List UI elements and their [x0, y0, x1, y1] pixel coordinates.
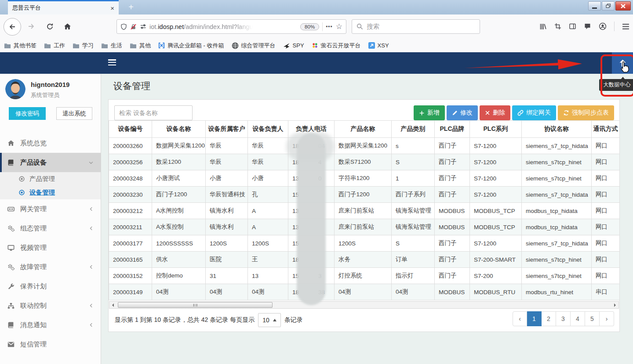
pager-page-1[interactable]: 1	[527, 311, 542, 326]
sidebar-subitem-设备管理[interactable]: 设备管理	[0, 186, 101, 199]
table-cell: S7-1200	[470, 138, 522, 154]
sidebar-toggle-icon[interactable]	[569, 23, 576, 30]
action-button-新增[interactable]: 新增	[414, 105, 445, 120]
table-row[interactable]: 200003230西门子1200华辰智通科技孔15西门子1200西门子系列西门子…	[109, 187, 620, 203]
table-row[interactable]: 200003211A水泵控制镇海水利A13庶来门前泵站镇海泵站管理MODBUSM…	[109, 219, 620, 235]
bookmark-item[interactable]: 腾讯企业邮箱 - 收件箱	[158, 42, 224, 50]
table-cell: 庶来门前泵站	[335, 203, 392, 219]
bookmark-star-icon[interactable]: ☆	[336, 22, 342, 31]
sidebar-item-组态管理[interactable]: 组态管理	[0, 219, 101, 238]
column-header[interactable]: 产品类别	[392, 121, 435, 138]
back-button[interactable]	[4, 18, 21, 36]
browser-search-box[interactable]: 搜索	[352, 19, 480, 34]
sidebar-collapse-icon[interactable]	[108, 59, 116, 67]
table-cell: 串口	[592, 284, 620, 300]
table-row[interactable]: 20000314904测04测04测183804测04测MODBUSMODBUS…	[109, 284, 620, 300]
sidebar-item-短信管理[interactable]: 短信管理	[0, 335, 101, 354]
action-button-删除[interactable]: 删除	[480, 105, 510, 120]
table-cell: 04测	[248, 284, 288, 300]
horizontal-scrollbar[interactable]	[109, 301, 619, 309]
change-password-button[interactable]: 修改密码	[9, 107, 46, 120]
table-row[interactable]: 200003248小唐测试小唐小唐130字符串12001西门子S7-1200si…	[109, 170, 620, 187]
pager-page-3[interactable]: 3	[556, 311, 571, 326]
record-summary: 显示第 1 到第 10 条记录，总共 42 条记录 每页显示 10 条记录	[115, 313, 303, 327]
shield-icon[interactable]	[120, 23, 127, 30]
action-button-强制同步点表[interactable]: 强制同步点表	[558, 105, 614, 120]
sidebar-item-消息通知[interactable]: 消息通知	[0, 315, 101, 335]
account-icon[interactable]	[599, 22, 607, 30]
zoom-level-badge[interactable]: 80%	[300, 23, 319, 30]
sidebar-item-故障管理[interactable]: 故障管理	[0, 257, 101, 277]
bookmark-label: 其他书签	[14, 42, 36, 50]
scroll-left-button[interactable]	[109, 302, 116, 308]
table-row[interactable]: 200003260数据网关采集1200华辰华辰1804数据网关采集1200s西门…	[109, 138, 620, 154]
table-cell: 网口	[592, 187, 620, 203]
pager-next[interactable]: ›	[600, 311, 614, 326]
column-header[interactable]: 产品名称	[335, 121, 392, 138]
window-restore-button[interactable]	[602, 1, 615, 11]
device-search-input[interactable]	[114, 105, 193, 120]
column-header[interactable]: 设备所属客户	[206, 121, 248, 138]
bookmark-item[interactable]: 其他书签	[4, 42, 36, 50]
table-row[interactable]: 200003256数采1200华辰华辰184数采S71200S西门子S7-120…	[109, 154, 620, 170]
pager-page-5[interactable]: 5	[585, 311, 600, 326]
bookmark-item[interactable]: 综合管理平台	[232, 42, 276, 50]
menu-icon[interactable]	[622, 23, 629, 30]
tab-close-icon[interactable]: ×	[110, 4, 114, 12]
logout-button[interactable]: 退出系统	[56, 107, 92, 120]
scroll-right-button[interactable]	[611, 302, 618, 308]
table-cell: 庶来门前泵站	[335, 219, 392, 235]
insecure-lock-icon[interactable]	[130, 23, 137, 30]
column-header[interactable]: 设备名称	[152, 121, 206, 138]
bookmark-item[interactable]: SPY	[283, 42, 304, 49]
column-header[interactable]: PLC品牌	[435, 121, 470, 138]
sidebar-item-partial[interactable]	[0, 362, 101, 364]
pager-page-2[interactable]: 2	[542, 311, 556, 326]
bookmark-item[interactable]: 其他	[130, 42, 151, 50]
scrollbar-thumb[interactable]	[118, 302, 273, 308]
page-size-select[interactable]: 10	[258, 313, 281, 327]
column-header[interactable]: 协议名称	[522, 121, 592, 138]
sidebar-item-系统总览[interactable]: 系统总览	[0, 133, 101, 153]
home-button[interactable]	[59, 18, 76, 35]
sidebar-item-网关管理[interactable]: 网关管理	[0, 199, 101, 219]
library-icon[interactable]	[539, 23, 547, 30]
column-header[interactable]: 通讯方式	[592, 121, 620, 138]
bookmark-item[interactable]: 工作	[44, 42, 65, 50]
pager-page-4[interactable]: 4	[571, 311, 585, 326]
bookmark-item[interactable]: 学习	[73, 42, 94, 50]
chat-bubble-icon[interactable]	[584, 23, 591, 30]
window-close-button[interactable]	[615, 1, 631, 11]
bookmark-item[interactable]: 生活	[101, 42, 122, 50]
bookmark-label: 综合管理平台	[241, 42, 276, 50]
page-actions-icon[interactable]: •••	[326, 24, 333, 30]
new-tab-button[interactable]: +	[125, 1, 137, 13]
table-row[interactable]: 200003212A水闸控制镇海水利A13庶来门前泵站镇海泵站管理MODBUSM…	[109, 203, 620, 219]
column-header[interactable]: PLC系列	[470, 121, 522, 138]
table-row[interactable]: 200003165供水医院王18水务订单西门子S7-200-SMARTsieme…	[109, 252, 620, 268]
sidebar-item-视频管理[interactable]: 视频管理	[0, 238, 101, 257]
url-bar[interactable]: iot.idosp.net/admin/index.html?langu 80%…	[116, 19, 346, 34]
sidebar-item-产品设备[interactable]: 产品设备	[0, 153, 101, 172]
permissions-icon[interactable]	[140, 23, 146, 30]
sidebar-item-联动控制[interactable]: 联动控制	[0, 296, 101, 315]
crop-icon[interactable]	[554, 23, 561, 30]
table-row[interactable]: 2000031771200SSSSSS1200S1200S151200SS西门子…	[109, 235, 620, 252]
table-cell: 网口	[592, 154, 620, 170]
column-header[interactable]: 设备负责人	[248, 121, 288, 138]
bookmark-item[interactable]: 萤石云开放平台	[312, 42, 361, 50]
wrench-icon	[7, 283, 15, 290]
bookmark-item[interactable]: XSY	[368, 42, 389, 49]
action-button-修改[interactable]: 修改	[447, 105, 478, 120]
column-header[interactable]: 设备编号	[109, 121, 152, 138]
sidebar-subitem-产品管理[interactable]: 产品管理	[0, 172, 101, 186]
table-row[interactable]: 200003152控制demo3113153灯控系统指示灯西门子S7-200si…	[109, 268, 620, 284]
action-button-绑定网关[interactable]: 绑定网关	[512, 105, 556, 120]
window-minimize-button[interactable]	[588, 1, 601, 11]
reload-button[interactable]	[41, 18, 58, 35]
forward-button[interactable]	[23, 18, 40, 35]
sidebar-item-保养计划[interactable]: 保养计划	[0, 277, 101, 296]
pager-prev[interactable]: ‹	[513, 311, 527, 326]
browser-tab[interactable]: 思普云平台 ×	[8, 0, 119, 14]
table-cell: 西门子1200	[335, 187, 392, 203]
